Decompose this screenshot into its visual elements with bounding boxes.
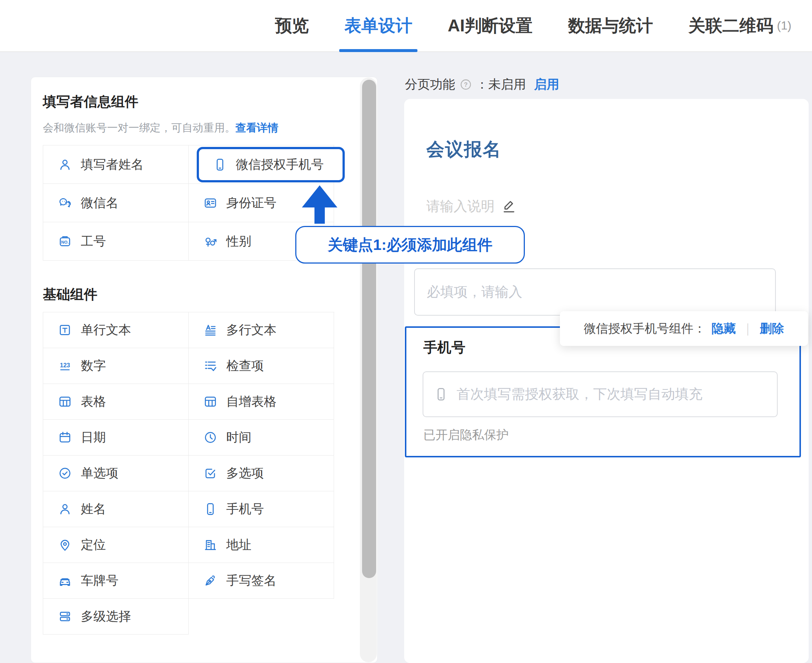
tooltip-divider: ｜: [742, 320, 754, 337]
clock-icon: [203, 430, 217, 445]
user-icon: [58, 502, 72, 516]
phone-input-placeholder: 首次填写需授权获取，下次填写自动填充: [457, 385, 702, 403]
component-date[interactable]: 日期: [43, 420, 189, 456]
required-text-input[interactable]: 必填项，请输入: [414, 268, 776, 315]
annotation-arrow-icon: [297, 184, 342, 224]
component-label: 检查项: [226, 357, 264, 374]
component-single-choice[interactable]: 单选项: [43, 456, 189, 492]
palette-scrollbar-thumb[interactable]: [362, 80, 376, 578]
location-pin-icon: [58, 538, 72, 552]
form-title[interactable]: 会议报名: [426, 137, 502, 162]
enable-pagination-link[interactable]: 启用: [534, 76, 559, 93]
component-address[interactable]: 地址: [189, 527, 334, 563]
delete-component-button[interactable]: 删除: [760, 320, 784, 337]
tab-label: AI判断设置: [448, 15, 533, 37]
annotation-callout-text: 关键点1:必须添加此组件: [328, 235, 492, 255]
top-header: 预览表单设计AI判断设置数据与统计关联二维码(1): [0, 0, 812, 52]
phone-input[interactable]: 首次填写需授权获取，下次填写自动填充: [423, 371, 778, 417]
wechat-icon: [58, 196, 72, 210]
badge-no-icon: [58, 234, 72, 249]
component-label: 填写者姓名: [81, 156, 144, 173]
text-single-icon: [58, 323, 72, 337]
component-multi-line-text[interactable]: 多行文本: [189, 312, 334, 348]
component-filler-name[interactable]: 填写者姓名: [43, 146, 189, 184]
component-label: 姓名: [81, 501, 106, 517]
building-icon: [203, 538, 217, 552]
component-label: 日期: [81, 429, 106, 446]
view-details-link[interactable]: 查看详情: [236, 122, 278, 134]
pagination-colon: ：: [476, 76, 488, 93]
tab-linked-qrcode[interactable]: 关联二维码(1): [688, 0, 791, 51]
phone-icon: [434, 387, 449, 402]
component-name[interactable]: 姓名: [43, 492, 189, 527]
component-auto-increment-table[interactable]: 自增表格: [189, 384, 334, 420]
filler-description-text: 会和微信账号一对一绑定，可自动重用。: [43, 122, 236, 134]
number-123-icon: [58, 359, 72, 373]
component-signature[interactable]: 手写签名: [189, 563, 334, 599]
component-label: 数字: [81, 357, 106, 374]
tab-data-statistics[interactable]: 数据与统计: [568, 0, 653, 51]
component-palette-panel: 填写者信息组件 会和微信账号一对一绑定，可自动重用。查看详情 填写者姓名微信授权…: [31, 77, 378, 663]
component-label: 单行文本: [81, 322, 131, 338]
calendar-icon: [58, 430, 72, 445]
tab-preview[interactable]: 预览: [275, 0, 309, 51]
phone-icon: [203, 502, 217, 516]
idcard-icon: [203, 196, 217, 210]
component-label: 性别: [226, 233, 251, 250]
component-time[interactable]: 时间: [189, 420, 334, 456]
component-label: 多选项: [226, 465, 264, 482]
component-label: 单选项: [81, 465, 118, 482]
component-label: 定位: [81, 536, 106, 553]
tab-form-design[interactable]: 表单设计: [344, 0, 412, 51]
component-multi-level-select[interactable]: 多级选择: [43, 599, 189, 635]
component-label: 身份证号: [226, 194, 276, 212]
annotation-callout: 关键点1:必须添加此组件: [295, 226, 525, 264]
component-wechat-name[interactable]: 微信名: [43, 184, 189, 222]
component-location[interactable]: 定位: [43, 527, 189, 563]
checkbox-check-icon: [203, 466, 217, 480]
component-label: 自增表格: [226, 393, 276, 410]
tab-label: 数据与统计: [568, 15, 653, 37]
radio-check-icon: [58, 466, 72, 480]
pen-nib-icon: [203, 574, 217, 588]
component-single-line-text[interactable]: 单行文本: [43, 312, 189, 348]
form-description-placeholder[interactable]: 请输入说明: [426, 197, 517, 215]
component-label: 微信授权手机号: [236, 156, 324, 173]
component-multi-choice[interactable]: 多选项: [189, 456, 334, 492]
component-label: 表格: [81, 393, 106, 410]
empty-cell: [189, 599, 334, 635]
user-icon: [58, 158, 72, 171]
filler-components-grid: 填写者姓名微信授权手机号微信名身份证号工号性别: [43, 145, 334, 260]
tab-label: 关联二维码: [688, 15, 773, 37]
table-icon: [203, 395, 217, 409]
component-check-item[interactable]: 检查项: [189, 348, 334, 384]
component-license-plate[interactable]: 车牌号: [43, 563, 189, 599]
gender-icon: [203, 234, 217, 249]
hide-component-button[interactable]: 隐藏: [712, 320, 736, 337]
component-table[interactable]: 表格: [43, 384, 189, 420]
component-phone[interactable]: 手机号: [189, 492, 334, 527]
component-label: 手机号: [226, 501, 264, 517]
component-label: 工号: [81, 233, 106, 250]
component-label: 微信名: [81, 194, 118, 212]
tooltip-label: 微信授权手机号组件：: [584, 320, 706, 337]
phone-icon: [213, 158, 227, 171]
tab-ai-judgement-settings[interactable]: AI判断设置: [448, 0, 533, 51]
component-label: 车牌号: [81, 572, 118, 589]
layers-icon: [58, 610, 72, 624]
help-icon[interactable]: [460, 78, 472, 91]
tab-count-badge: (1): [777, 19, 791, 32]
component-action-tooltip: 微信授权手机号组件： 隐藏 ｜ 删除: [560, 311, 808, 346]
tab-bar: 预览表单设计AI判断设置数据与统计关联二维码(1): [275, 0, 791, 51]
component-label: 多级选择: [81, 608, 131, 625]
required-input-placeholder: 必填项，请输入: [427, 283, 522, 301]
text-multi-icon: [203, 323, 217, 337]
pagination-row: 分页功能 ： 未启用 启用: [405, 76, 559, 93]
component-wechat-auth-phone[interactable]: 微信授权手机号: [189, 146, 334, 184]
edit-icon[interactable]: [501, 199, 517, 214]
tab-label: 表单设计: [344, 15, 412, 37]
component-number[interactable]: 数字: [43, 348, 189, 384]
tab-label: 预览: [275, 15, 309, 37]
component-employee-id[interactable]: 工号: [43, 222, 189, 260]
basic-components-grid: 单行文本多行文本数字检查项表格自增表格日期时间单选项多选项姓名手机号定位地址车牌…: [43, 312, 334, 635]
